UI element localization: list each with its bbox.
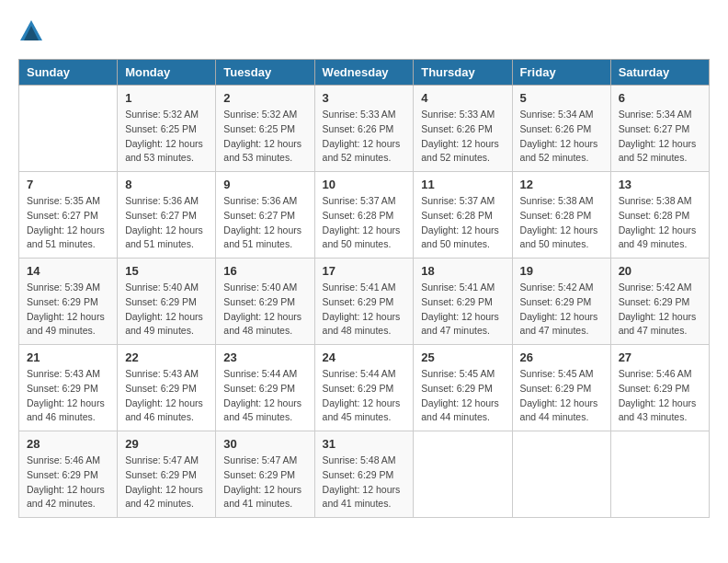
day-cell: 8Sunrise: 5:36 AM Sunset: 6:27 PM Daylig… (118, 172, 216, 259)
calendar-header: SundayMondayTuesdayWednesdayThursdayFrid… (19, 60, 710, 86)
day-number: 8 (125, 178, 208, 191)
header-row: SundayMondayTuesdayWednesdayThursdayFrid… (19, 60, 710, 86)
header-day-friday: Friday (512, 60, 610, 86)
week-row-2: 7Sunrise: 5:35 AM Sunset: 6:27 PM Daylig… (19, 172, 710, 259)
day-info: Sunrise: 5:36 AM Sunset: 6:27 PM Dayligh… (125, 194, 208, 252)
day-number: 19 (520, 264, 603, 278)
week-row-4: 21Sunrise: 5:43 AM Sunset: 6:29 PM Dayli… (19, 345, 710, 431)
day-number: 20 (619, 264, 701, 278)
day-info: Sunrise: 5:43 AM Sunset: 6:29 PM Dayligh… (125, 367, 208, 425)
logo-icon (18, 18, 44, 44)
day-cell: 18Sunrise: 5:41 AM Sunset: 6:29 PM Dayli… (414, 259, 512, 345)
day-number: 16 (223, 264, 306, 278)
day-cell: 27Sunrise: 5:46 AM Sunset: 6:29 PM Dayli… (610, 345, 709, 431)
day-number: 21 (27, 350, 109, 364)
day-cell: 12Sunrise: 5:38 AM Sunset: 6:28 PM Dayli… (512, 172, 610, 259)
day-number: 25 (421, 350, 504, 364)
day-cell: 10Sunrise: 5:37 AM Sunset: 6:28 PM Dayli… (314, 172, 414, 259)
day-number: 27 (619, 350, 701, 364)
day-number: 18 (421, 264, 504, 278)
day-number: 5 (520, 91, 603, 105)
day-info: Sunrise: 5:34 AM Sunset: 6:26 PM Dayligh… (520, 108, 603, 166)
header-day-tuesday: Tuesday (216, 60, 314, 86)
day-info: Sunrise: 5:32 AM Sunset: 6:25 PM Dayligh… (125, 108, 208, 166)
day-cell: 21Sunrise: 5:43 AM Sunset: 6:29 PM Dayli… (19, 345, 118, 431)
day-number: 26 (520, 350, 603, 364)
day-cell (19, 86, 118, 172)
header-day-wednesday: Wednesday (314, 60, 414, 86)
day-number: 24 (323, 350, 406, 364)
day-number: 9 (223, 178, 306, 191)
day-info: Sunrise: 5:45 AM Sunset: 6:29 PM Dayligh… (520, 367, 603, 425)
day-cell: 29Sunrise: 5:47 AM Sunset: 6:29 PM Dayli… (118, 431, 216, 518)
day-number: 23 (223, 350, 306, 364)
day-info: Sunrise: 5:44 AM Sunset: 6:29 PM Dayligh… (323, 367, 406, 425)
day-cell: 30Sunrise: 5:47 AM Sunset: 6:29 PM Dayli… (216, 431, 314, 518)
day-cell: 13Sunrise: 5:38 AM Sunset: 6:28 PM Dayli… (610, 172, 709, 259)
day-info: Sunrise: 5:41 AM Sunset: 6:29 PM Dayligh… (323, 281, 406, 339)
page-header (18, 18, 710, 44)
week-row-3: 14Sunrise: 5:39 AM Sunset: 6:29 PM Dayli… (19, 259, 710, 345)
day-number: 29 (125, 437, 208, 451)
day-number: 13 (619, 178, 701, 191)
day-info: Sunrise: 5:35 AM Sunset: 6:27 PM Dayligh… (27, 194, 109, 252)
day-cell: 20Sunrise: 5:42 AM Sunset: 6:29 PM Dayli… (610, 259, 709, 345)
day-cell: 15Sunrise: 5:40 AM Sunset: 6:29 PM Dayli… (118, 259, 216, 345)
day-info: Sunrise: 5:33 AM Sunset: 6:26 PM Dayligh… (421, 108, 504, 166)
day-cell: 7Sunrise: 5:35 AM Sunset: 6:27 PM Daylig… (19, 172, 118, 259)
day-info: Sunrise: 5:42 AM Sunset: 6:29 PM Dayligh… (520, 281, 603, 339)
day-info: Sunrise: 5:32 AM Sunset: 6:25 PM Dayligh… (223, 108, 306, 166)
day-cell (512, 431, 610, 518)
day-cell: 1Sunrise: 5:32 AM Sunset: 6:25 PM Daylig… (118, 86, 216, 172)
day-number: 17 (323, 264, 406, 278)
day-cell: 4Sunrise: 5:33 AM Sunset: 6:26 PM Daylig… (414, 86, 512, 172)
logo (18, 18, 48, 44)
header-day-sunday: Sunday (19, 60, 118, 86)
day-info: Sunrise: 5:39 AM Sunset: 6:29 PM Dayligh… (27, 281, 109, 339)
day-info: Sunrise: 5:41 AM Sunset: 6:29 PM Dayligh… (421, 281, 504, 339)
day-cell (610, 431, 709, 518)
header-day-thursday: Thursday (414, 60, 512, 86)
calendar-body: 1Sunrise: 5:32 AM Sunset: 6:25 PM Daylig… (19, 86, 710, 518)
day-info: Sunrise: 5:37 AM Sunset: 6:28 PM Dayligh… (323, 194, 406, 252)
day-number: 31 (323, 437, 406, 451)
day-info: Sunrise: 5:45 AM Sunset: 6:29 PM Dayligh… (421, 367, 504, 425)
day-cell (414, 431, 512, 518)
day-number: 30 (223, 437, 306, 451)
day-number: 7 (27, 178, 109, 191)
day-cell: 9Sunrise: 5:36 AM Sunset: 6:27 PM Daylig… (216, 172, 314, 259)
week-row-5: 28Sunrise: 5:46 AM Sunset: 6:29 PM Dayli… (19, 431, 710, 518)
day-number: 14 (27, 264, 109, 278)
day-cell: 31Sunrise: 5:48 AM Sunset: 6:29 PM Dayli… (314, 431, 414, 518)
day-cell: 23Sunrise: 5:44 AM Sunset: 6:29 PM Dayli… (216, 345, 314, 431)
day-cell: 2Sunrise: 5:32 AM Sunset: 6:25 PM Daylig… (216, 86, 314, 172)
day-info: Sunrise: 5:38 AM Sunset: 6:28 PM Dayligh… (619, 194, 701, 252)
day-cell: 3Sunrise: 5:33 AM Sunset: 6:26 PM Daylig… (314, 86, 414, 172)
day-number: 2 (223, 91, 306, 105)
day-info: Sunrise: 5:43 AM Sunset: 6:29 PM Dayligh… (27, 367, 109, 425)
day-number: 10 (323, 178, 406, 191)
day-number: 11 (421, 178, 504, 191)
day-info: Sunrise: 5:40 AM Sunset: 6:29 PM Dayligh… (223, 281, 306, 339)
day-cell: 16Sunrise: 5:40 AM Sunset: 6:29 PM Dayli… (216, 259, 314, 345)
day-info: Sunrise: 5:34 AM Sunset: 6:27 PM Dayligh… (619, 108, 701, 166)
day-number: 3 (323, 91, 406, 105)
day-cell: 28Sunrise: 5:46 AM Sunset: 6:29 PM Dayli… (19, 431, 118, 518)
day-info: Sunrise: 5:36 AM Sunset: 6:27 PM Dayligh… (223, 194, 306, 252)
day-info: Sunrise: 5:48 AM Sunset: 6:29 PM Dayligh… (323, 454, 406, 511)
day-cell: 19Sunrise: 5:42 AM Sunset: 6:29 PM Dayli… (512, 259, 610, 345)
day-cell: 22Sunrise: 5:43 AM Sunset: 6:29 PM Dayli… (118, 345, 216, 431)
day-cell: 17Sunrise: 5:41 AM Sunset: 6:29 PM Dayli… (314, 259, 414, 345)
day-cell: 24Sunrise: 5:44 AM Sunset: 6:29 PM Dayli… (314, 345, 414, 431)
day-cell: 6Sunrise: 5:34 AM Sunset: 6:27 PM Daylig… (610, 86, 709, 172)
day-number: 4 (421, 91, 504, 105)
day-info: Sunrise: 5:47 AM Sunset: 6:29 PM Dayligh… (223, 454, 306, 511)
day-info: Sunrise: 5:40 AM Sunset: 6:29 PM Dayligh… (125, 281, 208, 339)
day-cell: 11Sunrise: 5:37 AM Sunset: 6:28 PM Dayli… (414, 172, 512, 259)
day-info: Sunrise: 5:44 AM Sunset: 6:29 PM Dayligh… (223, 367, 306, 425)
day-number: 28 (27, 437, 109, 451)
day-number: 1 (125, 91, 208, 105)
calendar-table: SundayMondayTuesdayWednesdayThursdayFrid… (18, 59, 710, 518)
header-day-monday: Monday (118, 60, 216, 86)
day-info: Sunrise: 5:33 AM Sunset: 6:26 PM Dayligh… (323, 108, 406, 166)
